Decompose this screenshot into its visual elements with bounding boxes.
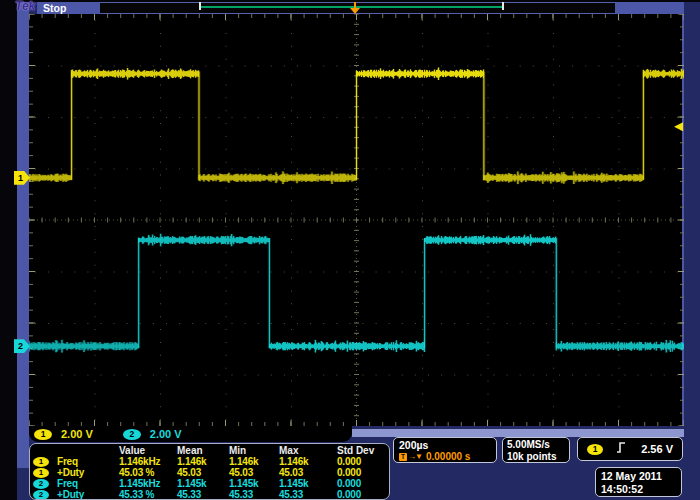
measurement-panel: Value Mean Min Max Std Dev 1 Freq 1.146k…	[29, 443, 390, 500]
datetime-box: 12 May 2011 14:50:52	[595, 467, 682, 497]
record-length: 10k points	[507, 451, 565, 463]
meas-max: 45.03	[279, 467, 337, 478]
trigger-settings-box: 1 2.56 V	[577, 437, 683, 461]
meas-min: 1.145k	[229, 478, 279, 489]
meas-row-badge: 2	[33, 490, 49, 500]
meas-mean: 1.146k	[177, 456, 229, 467]
frame-highlight-band	[352, 429, 684, 437]
record-bar-right-fill	[615, 2, 684, 14]
col-header-min: Min	[229, 445, 279, 456]
trigger-source-badge: 1	[587, 444, 603, 455]
rising-edge-slope-icon	[616, 440, 627, 458]
meas-value: 1.145kHz	[119, 478, 177, 489]
trigger-delay-icon: T	[399, 453, 407, 461]
col-header-mean: Mean	[177, 445, 229, 456]
channel1-badge: 1	[34, 429, 52, 440]
time-text: 14:50:52	[601, 483, 676, 496]
meas-name: Freq	[57, 456, 119, 467]
col-header-value: Value	[119, 445, 177, 456]
meas-min: 45.33	[229, 489, 279, 500]
channel-scale-readout-bar: 1 2.00 V 2 2.00 V	[29, 426, 352, 442]
timebase-scale: 200µs	[399, 439, 491, 451]
trigger-level-value: 2.56 V	[641, 443, 673, 455]
meas-value: 1.146kHz	[119, 456, 177, 467]
meas-min: 1.146k	[229, 456, 279, 467]
meas-mean: 45.03	[177, 467, 229, 478]
meas-row-badge: 1	[33, 468, 49, 478]
meas-min: 45.03	[229, 467, 279, 478]
meas-max: 1.146k	[279, 456, 337, 467]
delay-arrow-icon: →▼	[408, 451, 422, 462]
horizontal-settings-box: 200µs T →▼ 0.00000 s	[393, 437, 497, 463]
meas-name: +Duty	[57, 467, 119, 478]
acquisition-status-badge: Stop	[37, 2, 100, 14]
meas-max: 45.33	[279, 489, 337, 500]
trigger-delay-readout: T →▼ 0.00000 s	[399, 451, 491, 462]
waveform-display-area	[29, 14, 684, 426]
oscilloscope-screen: Tek Stop T 1 2 1 2.00 V 2 2.00 V Value M…	[0, 0, 700, 500]
record-window-right-bracket	[502, 2, 504, 10]
meas-std: 0.000	[337, 489, 385, 500]
meas-mean: 45.33	[177, 489, 229, 500]
meas-mean: 1.145k	[177, 478, 229, 489]
channel1-scale[interactable]: 2.00 V	[61, 428, 93, 440]
record-window-left-bracket	[199, 2, 201, 10]
col-header-max: Max	[279, 445, 337, 456]
meas-std: 0.000	[337, 456, 385, 467]
meas-std: 0.000	[337, 467, 385, 478]
channel2-scale[interactable]: 2.00 V	[150, 428, 182, 440]
col-header-stddev: Std Dev	[337, 445, 385, 456]
meas-row-badge: 1	[33, 457, 49, 467]
sample-rate: 5.00MS/s	[507, 439, 565, 451]
meas-max: 1.145k	[279, 478, 337, 489]
meas-name: Freq	[57, 478, 119, 489]
meas-row-badge: 2	[33, 479, 49, 489]
meas-name: +Duty	[57, 489, 119, 500]
acquisition-settings-box: 5.00MS/s 10k points	[502, 437, 570, 463]
left-frame-bar	[17, 2, 29, 468]
left-frame-strip	[0, 0, 17, 500]
graticule-and-traces	[29, 14, 684, 426]
trigger-delay-value: 0.00000 s	[426, 451, 471, 462]
meas-value: 45.33 %	[119, 489, 177, 500]
meas-value: 45.03 %	[119, 467, 177, 478]
meas-std: 0.000	[337, 478, 385, 489]
channel2-badge: 2	[123, 429, 141, 440]
date-text: 12 May 2011	[601, 470, 676, 483]
